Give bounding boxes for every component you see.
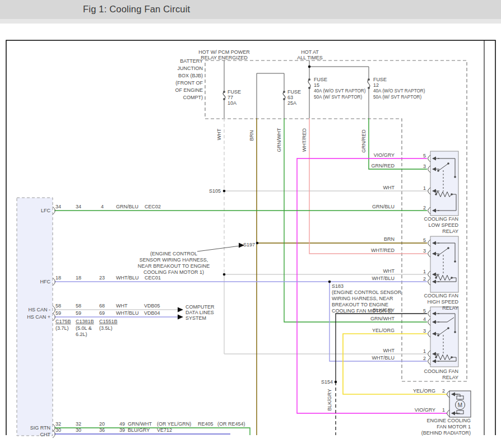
label-18: 18 (76, 275, 81, 281)
label-junction: JUNCTION (178, 66, 203, 71)
label-49: 49 (119, 421, 125, 427)
wire-viogry (297, 158, 447, 413)
label-18: 18 (55, 275, 61, 281)
label-1: 1 (423, 269, 426, 274)
label-5: 5 (423, 308, 426, 314)
label-re405: RE405 (198, 421, 214, 427)
contact-dot-14 (451, 356, 453, 358)
label-2: 2 (423, 276, 426, 282)
label-grn-wht: GRN/WHT (276, 128, 282, 152)
label-blu-gry: BLU/GRY (128, 427, 150, 433)
label-sensor-wiring-harness: SENSOR WIRING HARNESS, (140, 257, 208, 263)
label-68: 68 (99, 303, 105, 309)
label-6-2l: 6.2L) (76, 332, 87, 337)
label-1: 1 (423, 348, 426, 354)
label-engine-cooling: ENGINE COOLING (426, 418, 471, 423)
label-hfc: HFC (40, 279, 51, 284)
label-sig-rtn: SIG RTN (30, 425, 50, 431)
label-s183: S183 (332, 283, 344, 289)
label-breakout-to-engine: BREAKOUT TO ENGINE (332, 302, 388, 307)
label-5: 5 (423, 153, 426, 158)
label-cooling-fan: COOLING FAN (424, 368, 458, 374)
label-vio-gry: VIO/GRY (374, 152, 395, 158)
label-computer: COMPUTER (185, 304, 215, 310)
label-4: 4 (101, 204, 104, 209)
label-69: 69 (99, 310, 105, 316)
fuse-12-top-dot (368, 78, 370, 81)
label-fuse: FUSE (314, 77, 327, 82)
relay-pin-5-arc (428, 250, 431, 257)
label-relay: RELAY (442, 305, 458, 311)
label-yel-org: YEL/ORG (413, 388, 435, 394)
label-5-0l: (5.0L & (76, 325, 92, 331)
label-cec02: CEC02 (145, 204, 161, 209)
label-low-speed: LOW SPEED (428, 222, 458, 228)
label-wht: WHT (383, 185, 395, 190)
label-engine-control: (ENGINE CONTROL (150, 251, 197, 256)
label-front-of: (FRONT OF (175, 80, 203, 86)
label-grn-red: GRN/RED (361, 129, 367, 153)
label-grn-wht: GRN/WHT (128, 421, 152, 427)
label-40a-w-o-svt-raptor: 40A (W/O SVT RAPTOR) (373, 88, 425, 94)
label-hot-at: HOT AT (301, 49, 319, 55)
label-1: 1 (442, 407, 445, 413)
fuse-77-bottom-dot (223, 98, 225, 100)
label-of-engine: OF ENGINE (175, 87, 203, 93)
contact-dot-12 (447, 327, 449, 329)
label-grn-red: GRN/RED (371, 163, 395, 169)
label-box-bjb: BOX (BJB) (178, 73, 203, 78)
wire-blkgry (336, 314, 427, 382)
contact-dot-10 (454, 331, 456, 333)
relay-pin-7-arc (428, 278, 431, 285)
relay-pin-3-arc (428, 207, 431, 214)
relay-pin-0-arc (428, 155, 431, 162)
splice-dot-2 (256, 242, 259, 245)
label-battery: BATTERY (180, 58, 203, 64)
label-34: 34 (76, 204, 81, 209)
contact-dot-13 (435, 356, 437, 358)
contact-dot-8 (435, 277, 437, 279)
label-cooling-fan-motor-1: COOLING FAN MOTOR 1) (332, 308, 392, 314)
label-25a: 25A (287, 100, 296, 106)
label-wht-blu: WHT/BLU (116, 310, 139, 316)
label-near-breakout-to-engine: NEAR BREAKOUT TO ENGINE (138, 263, 210, 269)
relay-pin-11-arc (428, 351, 431, 357)
label-cooling-fan: COOLING FAN (424, 293, 458, 298)
splice-dot-1 (223, 273, 226, 276)
label-or-re454: (OR RE454) (217, 421, 245, 427)
label-engine-control-sensor: (ENGINE CONTROL SENSOR (332, 290, 402, 295)
relay-pin-2-arc (428, 188, 431, 194)
relay-high-speed-box (430, 236, 458, 292)
label-or-yel-grn: (OR YEL/GRN) (157, 421, 191, 427)
contact-dot-1 (437, 170, 439, 172)
s197-pointer-line (197, 246, 240, 251)
label-relay-energized: RELAY ENERGIZED (201, 55, 248, 60)
label-2: 2 (423, 205, 426, 211)
label-wht-blu: WHT/BLU (116, 275, 139, 281)
label-s105: S105 (209, 188, 221, 194)
label-high-speed: HIGH SPEED (427, 299, 458, 305)
fuse-15 (308, 80, 310, 88)
label-vio-gry: VIO/GRY (415, 407, 435, 413)
label-c1381b: C1381B (76, 319, 94, 324)
label-3: 3 (423, 328, 426, 334)
label-fuse: FUSE (228, 89, 241, 95)
label-1: 1 (423, 185, 426, 191)
label-5: 5 (423, 237, 426, 243)
label-cooling-fan: COOLING FAN (424, 216, 458, 222)
label-wht: WHT (383, 268, 395, 274)
splice-dot-4 (335, 381, 337, 384)
label-wht-blu: WHT/BLU (372, 355, 395, 361)
relay-low-speed-box (430, 151, 458, 216)
label-39: 39 (119, 427, 125, 433)
label-77: 77 (228, 95, 233, 100)
fuse-77-top-dot (223, 91, 225, 93)
label-2: 2 (423, 356, 426, 361)
label-fan-motor-1: FAN MOTOR 1 (437, 424, 471, 430)
wire-grnred-to-low-speed (369, 118, 427, 169)
label-32: 32 (76, 421, 81, 427)
label-fuse: FUSE (287, 89, 301, 95)
label-s197: S197 (243, 242, 255, 248)
label-59: 59 (55, 310, 61, 316)
screenshot-stage: Fig 1: Cooling Fan Circuit HOT W/ PCM PO… (0, 0, 501, 448)
